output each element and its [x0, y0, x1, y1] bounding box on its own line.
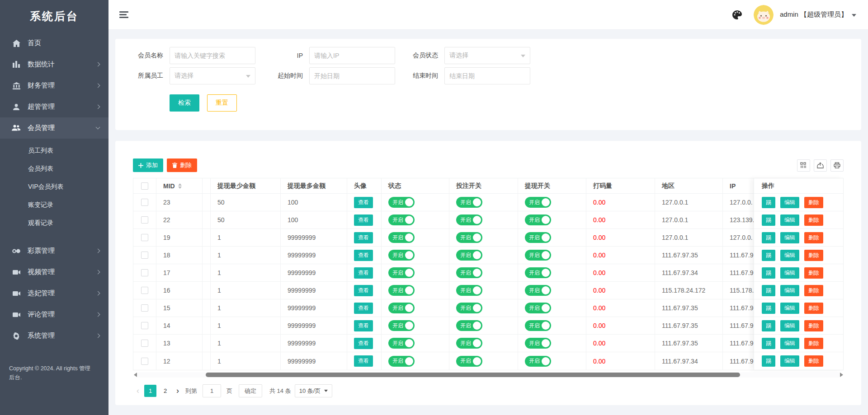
delete-row-button[interactable]: 删除 — [804, 285, 823, 296]
edit-button[interactable]: 编辑 — [780, 338, 799, 349]
delete-button[interactable]: 删除 — [167, 159, 197, 172]
view-avatar-button[interactable]: 查看 — [354, 285, 373, 296]
sidebar-item-concubine[interactable]: 选妃管理 — [0, 283, 108, 304]
withdraw-toggle[interactable]: 开启 — [525, 214, 551, 225]
sidebar-item-lottery[interactable]: 彩票管理 — [0, 240, 108, 261]
bet-toggle[interactable]: 开启 — [456, 338, 482, 349]
bet-toggle[interactable]: 开启 — [456, 320, 482, 331]
status-toggle[interactable]: 开启 — [388, 232, 415, 243]
edit-button[interactable]: 编辑 — [780, 250, 799, 261]
status-toggle[interactable]: 开启 — [388, 285, 415, 296]
delete-row-button[interactable]: 删除 — [804, 267, 823, 279]
bet-toggle[interactable]: 开启 — [456, 197, 482, 208]
row-checkbox[interactable] — [141, 304, 148, 312]
delete-row-button[interactable]: 删除 — [804, 338, 823, 349]
menu-toggle-icon[interactable] — [117, 9, 131, 21]
view-avatar-button[interactable]: 查看 — [354, 232, 373, 243]
view-avatar-button[interactable]: 查看 — [354, 197, 373, 208]
edit-button[interactable]: 编辑 — [780, 232, 799, 243]
withdraw-toggle[interactable]: 开启 — [525, 338, 551, 349]
member-status-select[interactable]: 请选择 — [444, 47, 530, 64]
delete-row-button[interactable]: 删除 — [804, 303, 823, 314]
edit-button[interactable]: 编辑 — [780, 355, 799, 367]
status-toggle[interactable]: 开启 — [388, 320, 415, 331]
sidebar-item-system[interactable]: 系统管理 — [0, 325, 108, 346]
status-toggle[interactable]: 开启 — [388, 356, 415, 367]
sidebar-subitem-account-change-log[interactable]: 账变记录 — [0, 196, 108, 214]
withdraw-toggle[interactable]: 开启 — [525, 267, 551, 278]
kick-button[interactable]: 踢 — [762, 303, 775, 314]
sort-icon[interactable] — [178, 183, 182, 189]
withdraw-toggle[interactable]: 开启 — [525, 232, 551, 243]
kick-button[interactable]: 踢 — [762, 197, 775, 208]
sidebar-subitem-member-list[interactable]: 会员列表 — [0, 160, 108, 178]
view-avatar-button[interactable]: 查看 — [354, 214, 373, 226]
view-avatar-button[interactable]: 查看 — [354, 303, 373, 314]
bet-toggle[interactable]: 开启 — [456, 303, 482, 313]
search-button[interactable]: 检索 — [170, 94, 199, 112]
bet-toggle[interactable]: 开启 — [456, 267, 482, 278]
status-toggle[interactable]: 开启 — [388, 250, 415, 261]
view-avatar-button[interactable]: 查看 — [354, 250, 373, 261]
bet-toggle[interactable]: 开启 — [456, 356, 482, 367]
withdraw-toggle[interactable]: 开启 — [525, 250, 551, 261]
scroll-right-icon[interactable] — [839, 372, 844, 378]
edit-button[interactable]: 编辑 — [780, 285, 799, 296]
delete-row-button[interactable]: 删除 — [804, 214, 823, 226]
start-date-input[interactable] — [309, 67, 395, 84]
scrollbar-thumb[interactable] — [206, 373, 741, 377]
avatar[interactable] — [754, 5, 774, 25]
row-checkbox[interactable] — [141, 340, 148, 347]
status-toggle[interactable]: 开启 — [388, 338, 415, 349]
kick-button[interactable]: 踢 — [762, 285, 775, 296]
scrollbar-track[interactable] — [137, 372, 839, 378]
sidebar-item-statistics[interactable]: 数据统计 — [0, 54, 108, 75]
user-dropdown[interactable]: admin 【超级管理员】 — [780, 10, 856, 19]
row-checkbox[interactable] — [141, 199, 148, 206]
export-icon[interactable] — [814, 159, 827, 172]
add-button[interactable]: 添加 — [133, 159, 163, 172]
kick-button[interactable]: 踢 — [762, 232, 775, 243]
page-size-select[interactable]: 10 条/页 — [295, 384, 333, 397]
columns-icon[interactable] — [797, 159, 810, 172]
page-2-button[interactable]: 2 — [159, 385, 171, 397]
row-checkbox[interactable] — [141, 287, 148, 294]
bet-toggle[interactable]: 开启 — [456, 285, 482, 296]
row-checkbox[interactable] — [141, 322, 148, 329]
withdraw-toggle[interactable]: 开启 — [525, 197, 551, 208]
kick-button[interactable]: 踢 — [762, 355, 775, 367]
edit-button[interactable]: 编辑 — [780, 197, 799, 208]
edit-button[interactable]: 编辑 — [780, 303, 799, 314]
withdraw-toggle[interactable]: 开启 — [525, 303, 551, 313]
row-checkbox[interactable] — [141, 358, 148, 365]
status-toggle[interactable]: 开启 — [388, 197, 415, 208]
status-toggle[interactable]: 开启 — [388, 303, 415, 313]
reset-button[interactable]: 重置 — [207, 94, 237, 112]
row-checkbox[interactable] — [141, 269, 148, 276]
kick-button[interactable]: 踢 — [762, 267, 775, 279]
sidebar-item-superadmin[interactable]: 超管管理 — [0, 96, 108, 117]
view-avatar-button[interactable]: 查看 — [354, 355, 373, 367]
withdraw-toggle[interactable]: 开启 — [525, 356, 551, 367]
status-toggle[interactable]: 开启 — [388, 267, 415, 278]
view-avatar-button[interactable]: 查看 — [354, 338, 373, 349]
print-icon[interactable] — [830, 159, 844, 172]
delete-row-button[interactable]: 删除 — [804, 250, 823, 261]
sidebar-subitem-vip-member-list[interactable]: VIP会员列表 — [0, 178, 108, 196]
edit-button[interactable]: 编辑 — [780, 267, 799, 279]
goto-confirm-button[interactable]: 确定 — [239, 384, 262, 397]
goto-page-input[interactable] — [203, 384, 221, 397]
delete-row-button[interactable]: 删除 — [804, 320, 823, 331]
edit-button[interactable]: 编辑 — [780, 320, 799, 331]
ip-input[interactable] — [309, 47, 395, 64]
bet-toggle[interactable]: 开启 — [456, 214, 482, 225]
delete-row-button[interactable]: 删除 — [804, 355, 823, 367]
member-name-input[interactable] — [170, 47, 255, 64]
sidebar-item-members[interactable]: 会员管理 — [0, 117, 108, 139]
next-page-button[interactable]: › — [173, 386, 183, 396]
view-avatar-button[interactable]: 查看 — [354, 267, 373, 279]
prev-page-button[interactable]: ‹ — [133, 386, 143, 396]
page-1-button[interactable]: 1 — [144, 385, 156, 397]
withdraw-toggle[interactable]: 开启 — [525, 320, 551, 331]
sidebar-item-finance[interactable]: 财务管理 — [0, 75, 108, 96]
